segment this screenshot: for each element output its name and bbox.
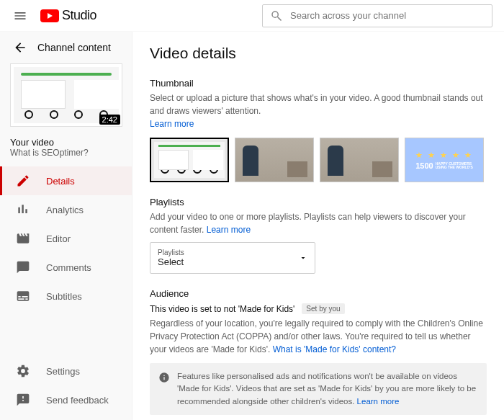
logo-text: Studio bbox=[62, 8, 96, 23]
playlists-heading: Playlists bbox=[150, 197, 487, 207]
nav-comments[interactable]: Comments bbox=[0, 253, 132, 282]
clapperboard-icon bbox=[16, 231, 30, 246]
youtube-play-icon bbox=[40, 9, 59, 22]
main-content: Video details Thumbnail Select or upload… bbox=[132, 32, 504, 420]
thumbnail-options: ★ ★ ★ ★ ★ 1500 HAPPY CUSTOMERSUSING THE … bbox=[150, 138, 487, 182]
feedback-icon bbox=[16, 393, 30, 407]
set-by-badge: Set by you bbox=[302, 303, 344, 314]
back-label: Channel content bbox=[37, 42, 111, 53]
analytics-icon bbox=[16, 202, 30, 217]
video-duration: 2:42 bbox=[99, 115, 120, 125]
sidebar: Channel content 2:42 Your video What is … bbox=[0, 32, 132, 420]
arrow-left-icon bbox=[13, 40, 27, 55]
youtube-studio-logo[interactable]: Studio bbox=[40, 8, 96, 23]
search-field[interactable] bbox=[262, 4, 492, 27]
nav-feedback[interactable]: Send feedback bbox=[0, 385, 132, 414]
made-for-kids-link[interactable]: What is 'Made for Kids' content? bbox=[273, 344, 396, 354]
thumbnail-desc: Select or upload a picture that shows wh… bbox=[150, 91, 487, 130]
sidebar-bottom-nav: Settings Send feedback bbox=[0, 357, 132, 420]
back-to-channel-content[interactable]: Channel content bbox=[0, 32, 132, 63]
audience-heading: Audience bbox=[150, 288, 487, 299]
comment-icon bbox=[16, 260, 30, 274]
hamburger-menu-icon[interactable] bbox=[12, 7, 29, 24]
nav-settings[interactable]: Settings bbox=[0, 357, 132, 385]
notice-learn-more-link[interactable]: Learn more bbox=[357, 397, 400, 406]
playlists-select-value: Select bbox=[158, 256, 184, 267]
nav-analytics[interactable]: Analytics bbox=[0, 195, 132, 224]
video-thumbnail-preview[interactable]: 2:42 bbox=[0, 63, 132, 134]
audience-status: This video is set to not 'Made for Kids' bbox=[150, 304, 294, 314]
search-icon bbox=[270, 9, 283, 22]
page-title: Video details bbox=[150, 45, 487, 62]
playlists-desc: Add your video to one or more playlists.… bbox=[150, 210, 487, 236]
subtitles-icon bbox=[16, 289, 30, 303]
thumbnail-option-2[interactable] bbox=[235, 138, 314, 182]
nav-details[interactable]: Details bbox=[0, 166, 132, 195]
pencil-icon bbox=[16, 174, 30, 188]
caret-down-icon bbox=[299, 254, 307, 262]
video-title: What is SEOptimer? bbox=[0, 148, 132, 166]
thumbnail-option-3[interactable] bbox=[320, 138, 399, 182]
thumbnail-heading: Thumbnail bbox=[150, 78, 487, 89]
sidebar-nav: Details Analytics Editor Comments Subtit… bbox=[0, 166, 132, 310]
audience-notice: Features like personalised ads and notif… bbox=[150, 363, 487, 415]
thumbnail-learn-more-link[interactable]: Learn more bbox=[150, 119, 194, 129]
gear-icon bbox=[16, 364, 30, 378]
audience-desc: Regardless of your location, you're lega… bbox=[150, 317, 487, 356]
thumbnail-option-1[interactable] bbox=[150, 138, 229, 182]
playlists-select-label: Playlists bbox=[158, 249, 184, 256]
thumbnail-option-4[interactable]: ★ ★ ★ ★ ★ 1500 HAPPY CUSTOMERSUSING THE … bbox=[405, 138, 484, 182]
nav-editor[interactable]: Editor bbox=[0, 224, 132, 253]
your-video-heading: Your video bbox=[0, 134, 132, 148]
info-icon bbox=[158, 372, 170, 383]
stars-icon: ★ ★ ★ ★ ★ bbox=[415, 151, 473, 160]
playlists-select[interactable]: Playlists Select bbox=[150, 242, 315, 274]
search-input[interactable] bbox=[290, 10, 485, 21]
nav-subtitles[interactable]: Subtitles bbox=[0, 282, 132, 310]
app-header: Studio bbox=[0, 0, 504, 32]
playlists-learn-more-link[interactable]: Learn more bbox=[207, 225, 251, 235]
